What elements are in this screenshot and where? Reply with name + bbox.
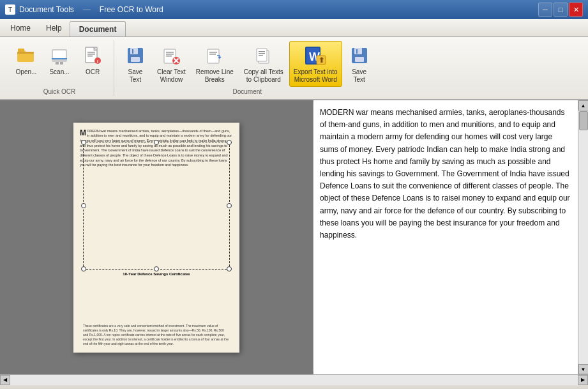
- tab-document[interactable]: Document: [70, 21, 126, 36]
- svg-rect-13: [87, 52, 95, 53]
- svg-rect-19: [130, 48, 138, 54]
- scroll-down-button[interactable]: ▼: [578, 364, 589, 374]
- handle-mr[interactable]: [227, 203, 232, 208]
- scroll-track[interactable]: [578, 111, 589, 364]
- svg-rect-20: [131, 57, 140, 62]
- ocr-label: OCR: [86, 68, 100, 76]
- remove-lb-button[interactable]: Remove LineBreaks: [192, 41, 238, 87]
- svg-rect-24: [166, 54, 174, 55]
- svg-rect-21: [132, 49, 133, 54]
- maximize-button[interactable]: □: [554, 3, 568, 17]
- ocr-icon: i: [81, 44, 104, 67]
- svg-text:⬆: ⬆: [319, 56, 324, 64]
- export-word-label: Export Text intoMicrosoft Word: [294, 68, 338, 84]
- app-icon: T: [5, 4, 15, 15]
- title-bar: T Document Tools — Free OCR to Word ─ □ …: [0, 0, 588, 19]
- remove-lb-icon: [203, 44, 226, 67]
- ribbon-quick-ocr-buttons: Open... Scan...: [10, 41, 109, 87]
- doc-paragraph2: These certificates are a very safe and c…: [83, 324, 230, 346]
- svg-rect-44: [355, 57, 364, 62]
- handle-tm[interactable]: [154, 140, 159, 145]
- save-text2-icon: [348, 44, 371, 67]
- save-text2-button[interactable]: SaveText: [343, 41, 375, 87]
- copy-all-button[interactable]: Copy all Textsto Clipboard: [239, 41, 288, 87]
- title-controls: ─ □ ✕: [538, 3, 583, 17]
- extracted-text: MODERN war means mechanised armies, tank…: [320, 107, 571, 241]
- handle-bm[interactable]: [154, 266, 159, 271]
- copy-all-label: Copy all Textsto Clipboard: [244, 68, 283, 84]
- text-panel[interactable]: MODERN war means mechanised armies, tank…: [313, 100, 578, 374]
- save-text-icon: [124, 44, 147, 67]
- svg-rect-7: [56, 62, 59, 65]
- bottom-scrollbar[interactable]: ◀ ▶: [0, 374, 588, 385]
- clear-text-button[interactable]: Clear TextWindow: [153, 41, 190, 87]
- main-content: MODERN war means mechanised armies, tank…: [0, 100, 588, 374]
- save-text2-label: SaveText: [352, 68, 366, 84]
- svg-rect-30: [209, 52, 217, 53]
- export-word-icon: W ⬆: [304, 44, 327, 67]
- open-label: Open...: [16, 68, 37, 76]
- title-bar-left: T Document Tools — Free OCR to Word: [5, 4, 163, 15]
- svg-rect-8: [60, 62, 63, 65]
- scan-button[interactable]: Scan...: [43, 41, 75, 79]
- svg-rect-36: [259, 55, 263, 56]
- copy-all-icon: [252, 44, 275, 67]
- handle-tr[interactable]: [227, 140, 232, 145]
- hscroll-track: [10, 375, 578, 385]
- svg-rect-34: [259, 51, 265, 52]
- svg-rect-3: [18, 49, 24, 52]
- ribbon-group-label-quick-ocr: Quick OCR: [43, 88, 76, 95]
- selection-box[interactable]: [83, 142, 230, 270]
- handle-tl[interactable]: [81, 140, 86, 145]
- svg-rect-2: [17, 52, 34, 54]
- handle-ml[interactable]: [81, 203, 86, 208]
- ribbon-group-document: SaveText Clear TextWindow: [114, 40, 381, 96]
- scan-icon: [48, 44, 71, 67]
- svg-rect-35: [259, 53, 265, 54]
- svg-rect-6: [52, 58, 67, 59]
- svg-rect-45: [356, 49, 358, 54]
- ribbon-document-buttons: SaveText Clear TextWindow: [119, 41, 375, 87]
- scroll-right-button[interactable]: ▶: [578, 375, 588, 385]
- svg-rect-23: [166, 52, 174, 53]
- scan-label: Scan...: [49, 68, 69, 76]
- right-scrollbar[interactable]: ▲ ▼: [578, 100, 588, 374]
- svg-rect-25: [166, 56, 172, 57]
- app-group-title: Document Tools: [19, 5, 74, 14]
- ribbon-group-quick-ocr: Open... Scan...: [5, 40, 114, 96]
- svg-rect-5: [53, 50, 66, 58]
- document-page: MODERN war means mechanised armies, tank…: [73, 123, 239, 353]
- save-text-label: SaveText: [128, 68, 143, 84]
- menu-item-home[interactable]: Home: [3, 19, 38, 36]
- save-text-button[interactable]: SaveText: [119, 41, 151, 87]
- ocr-button[interactable]: i OCR: [77, 41, 109, 79]
- menu-bar: Home Help Document: [0, 19, 588, 37]
- document-panel: MODERN war means mechanised armies, tank…: [0, 100, 313, 374]
- status-bar: Height: 1437 pixels Width: 971 pixels: [0, 385, 588, 389]
- svg-text:i: i: [97, 59, 98, 64]
- svg-rect-29: [207, 49, 219, 63]
- window-title: Free OCR to Word: [100, 5, 163, 14]
- handle-bl[interactable]: [81, 266, 86, 271]
- open-button[interactable]: Open...: [10, 41, 42, 79]
- clear-text-label: Clear TextWindow: [157, 68, 186, 84]
- doc-subheading: 10-Year Defence Savings Certificates: [83, 272, 230, 276]
- minimize-button[interactable]: ─: [538, 3, 552, 17]
- ribbon-group-label-document: Document: [233, 88, 262, 95]
- remove-lb-label: Remove LineBreaks: [196, 68, 234, 84]
- open-icon: [15, 44, 38, 67]
- title-separator: —: [83, 5, 91, 14]
- scroll-up-button[interactable]: ▲: [578, 100, 589, 111]
- svg-rect-43: [354, 48, 362, 54]
- svg-rect-14: [87, 54, 95, 55]
- svg-rect-15: [87, 56, 93, 57]
- export-word-button[interactable]: W ⬆ Export Text intoMicrosoft Word: [289, 41, 342, 87]
- scroll-left-button[interactable]: ◀: [0, 375, 10, 385]
- ribbon: Open... Scan...: [0, 37, 588, 100]
- clear-text-icon: [160, 44, 183, 67]
- close-button[interactable]: ✕: [569, 3, 583, 17]
- handle-br[interactable]: [227, 266, 232, 271]
- menu-item-help[interactable]: Help: [38, 19, 70, 36]
- scroll-thumb[interactable]: [579, 111, 588, 130]
- svg-rect-31: [209, 54, 216, 55]
